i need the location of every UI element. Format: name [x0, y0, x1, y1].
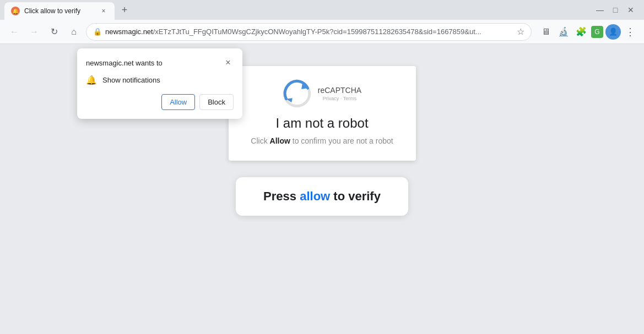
allow-button[interactable]: Allow: [161, 94, 195, 110]
url-text: newsmagic.net/xETzTJtTu_FFgQITuM0WsgCZjk…: [105, 28, 513, 36]
recaptcha-logo: [283, 79, 311, 108]
url-bar[interactable]: 🔒 newsmagic.net/xETzTJtTu_FFgQITuM0WsgCZ…: [86, 23, 532, 41]
avatar[interactable]: 👤: [605, 24, 621, 40]
chrome-labs-button[interactable]: 🔬: [556, 24, 571, 40]
new-tab-button[interactable]: +: [117, 2, 132, 18]
forward-button[interactable]: →: [26, 24, 42, 40]
robot-text: I am not a robot: [275, 116, 368, 131]
allow-word: allow: [300, 189, 330, 203]
confirm-after: to confirm you are not a robot: [290, 136, 393, 145]
url-domain: newsmagic.net: [105, 28, 153, 36]
block-button[interactable]: Block: [199, 94, 234, 110]
captcha-card: reCAPTCHA Privacy · Terms I am not a rob…: [229, 66, 416, 161]
recaptcha-widget: reCAPTCHA Privacy · Terms: [283, 79, 361, 108]
press-allow-box: Press allow to verify: [236, 177, 408, 216]
extensions-button[interactable]: 🧩: [573, 24, 589, 40]
confirm-before: Click: [251, 136, 269, 145]
confirm-text: Click Allow to confirm you are not a rob…: [251, 136, 393, 145]
maximize-button[interactable]: □: [611, 6, 620, 14]
popup-close-button[interactable]: ×: [223, 57, 234, 68]
url-path: /xETzTJtTu_FFgQITuM0WsgCZjkycONWoyahlgTY…: [153, 28, 481, 36]
title-bar: 🔔 Click allow to verify × + — □ ✕: [0, 0, 644, 20]
window-controls: — □ ✕: [596, 6, 640, 14]
tab-favicon: 🔔: [11, 7, 20, 15]
popup-buttons: Allow Block: [86, 94, 234, 110]
popup-title: newsmagic.net wants to: [86, 59, 163, 67]
notification-popup: newsmagic.net wants to × 🔔 Show notifica…: [77, 48, 242, 119]
browser-tab[interactable]: 🔔 Click allow to verify ×: [4, 2, 115, 20]
recaptcha-label: reCAPTCHA: [318, 86, 361, 95]
popup-permission-text: Show notifications: [102, 76, 160, 84]
profile-button[interactable]: 👤: [605, 24, 621, 40]
page-content: newsmagic.net wants to × 🔔 Show notifica…: [0, 44, 644, 334]
press-text-before: Press: [263, 189, 300, 203]
tab-close-button[interactable]: ×: [99, 7, 108, 15]
back-button[interactable]: ←: [7, 24, 22, 40]
bell-icon: 🔔: [86, 75, 97, 85]
cast-button[interactable]: 🖥: [538, 24, 554, 40]
recaptcha-sub: Privacy · Terms: [323, 96, 356, 101]
lock-icon: 🔒: [93, 28, 102, 36]
toolbar-icons: 🖥 🔬 🧩 G 👤 ⋮: [538, 24, 637, 40]
reload-button[interactable]: ↻: [46, 24, 62, 40]
tab-title: Click allow to verify: [24, 7, 95, 15]
popup-header: newsmagic.net wants to ×: [86, 57, 234, 68]
ext-icon-1[interactable]: G: [591, 26, 603, 38]
home-button[interactable]: ⌂: [66, 24, 82, 40]
address-bar: ← → ↻ ⌂ 🔒 newsmagic.net/xETzTJtTu_FFgQIT…: [0, 20, 644, 44]
menu-button[interactable]: ⋮: [623, 26, 637, 38]
bookmark-icon[interactable]: ☆: [517, 26, 524, 37]
confirm-bold: Allow: [270, 136, 290, 145]
popup-permission-row: 🔔 Show notifications: [86, 75, 234, 85]
press-text-after: to verify: [330, 189, 381, 203]
close-window-button[interactable]: ✕: [626, 6, 635, 14]
minimize-button[interactable]: —: [596, 6, 604, 14]
